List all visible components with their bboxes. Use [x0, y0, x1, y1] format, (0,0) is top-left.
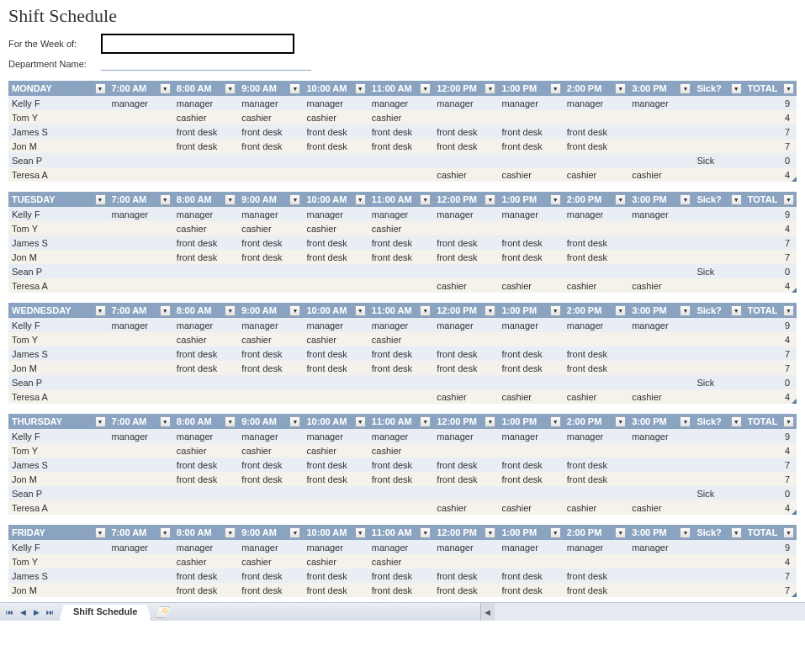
header-day[interactable]: MONDAY▼ [8, 81, 109, 96]
shift-cell[interactable]: front desk [368, 235, 433, 250]
employee-name-cell[interactable]: Tom Y [8, 110, 109, 124]
header-hour[interactable]: 11:00 AM▼ [368, 81, 433, 96]
header-hour[interactable]: 10:00 AM▼ [303, 525, 368, 540]
header-hour[interactable]: 10:00 AM▼ [303, 414, 368, 429]
shift-cell[interactable]: manager [628, 96, 693, 110]
shift-cell[interactable] [368, 264, 433, 278]
shift-cell[interactable] [498, 221, 563, 235]
shift-cell[interactable] [109, 153, 173, 167]
shift-cell[interactable] [433, 153, 498, 167]
header-hour[interactable]: 2:00 PM▼ [564, 414, 628, 429]
shift-cell[interactable]: cashier [238, 443, 303, 458]
shift-cell[interactable]: cashier [368, 221, 433, 235]
filter-dropdown-icon[interactable]: ▼ [355, 416, 366, 427]
shift-cell[interactable] [628, 583, 693, 597]
shift-cell[interactable] [109, 583, 173, 597]
header-day[interactable]: WEDNESDAY▼ [8, 303, 109, 318]
shift-cell[interactable] [498, 264, 563, 278]
shift-cell[interactable]: manager [303, 96, 368, 110]
shift-cell[interactable] [109, 500, 173, 515]
shift-cell[interactable]: front desk [368, 569, 433, 583]
shift-cell[interactable] [628, 139, 693, 153]
shift-cell[interactable]: cashier [628, 389, 693, 404]
shift-cell[interactable]: cashier [173, 554, 238, 569]
employee-name-cell[interactable]: Kelly F [8, 429, 109, 443]
header-sick[interactable]: Sick?▼ [693, 414, 744, 429]
filter-dropdown-icon[interactable]: ▼ [680, 83, 691, 94]
shift-cell[interactable]: manager [498, 96, 563, 110]
employee-name-cell[interactable]: James S [8, 458, 109, 472]
shift-cell[interactable] [368, 167, 433, 182]
shift-cell[interactable] [564, 332, 628, 347]
shift-cell[interactable]: front desk [368, 347, 433, 361]
shift-cell[interactable] [628, 554, 693, 569]
shift-cell[interactable]: cashier [433, 167, 498, 182]
filter-dropdown-icon[interactable]: ▼ [550, 527, 561, 538]
shift-cell[interactable] [564, 264, 628, 278]
shift-cell[interactable]: manager [498, 318, 563, 332]
sick-cell[interactable]: Sick [693, 153, 744, 167]
header-sick[interactable]: Sick?▼ [693, 303, 744, 318]
shift-cell[interactable] [564, 486, 628, 500]
filter-dropdown-icon[interactable]: ▼ [420, 83, 431, 94]
employee-name-cell[interactable]: James S [8, 347, 109, 361]
header-hour[interactable]: 8:00 AM▼ [173, 303, 238, 318]
shift-cell[interactable] [109, 554, 173, 569]
shift-cell[interactable] [628, 361, 693, 375]
shift-cell[interactable] [173, 500, 238, 515]
shift-cell[interactable] [498, 332, 563, 347]
tab-nav-last-icon[interactable]: ⏭ [44, 606, 56, 618]
sick-cell[interactable] [693, 167, 744, 182]
sick-cell[interactable] [693, 458, 744, 472]
shift-cell[interactable] [109, 472, 173, 486]
filter-dropdown-icon[interactable]: ▼ [680, 527, 691, 538]
shift-cell[interactable]: manager [238, 429, 303, 443]
header-hour[interactable]: 3:00 PM▼ [628, 192, 693, 207]
table-resize-handle-icon[interactable] [792, 399, 797, 404]
shift-cell[interactable]: manager [498, 540, 563, 554]
shift-cell[interactable] [109, 139, 173, 153]
shift-cell[interactable]: cashier [433, 278, 498, 293]
filter-dropdown-icon[interactable]: ▼ [485, 416, 495, 427]
shift-cell[interactable] [303, 264, 368, 278]
shift-cell[interactable] [564, 153, 628, 167]
filter-dropdown-icon[interactable]: ▼ [160, 416, 171, 427]
shift-cell[interactable]: manager [303, 318, 368, 332]
employee-name-cell[interactable]: James S [8, 235, 109, 250]
shift-cell[interactable] [238, 264, 303, 278]
employee-name-cell[interactable]: Sean P [8, 375, 109, 389]
filter-dropdown-icon[interactable]: ▼ [731, 416, 742, 427]
sick-cell[interactable] [693, 96, 744, 110]
shift-cell[interactable]: front desk [173, 124, 238, 139]
header-sick[interactable]: Sick?▼ [693, 525, 744, 540]
header-hour[interactable]: 10:00 AM▼ [303, 192, 368, 207]
shift-cell[interactable]: front desk [368, 583, 433, 597]
shift-cell[interactable]: manager [368, 318, 433, 332]
hscroll-track[interactable] [494, 603, 805, 621]
shift-cell[interactable]: cashier [238, 554, 303, 569]
employee-name-cell[interactable]: James S [8, 569, 109, 583]
filter-dropdown-icon[interactable]: ▼ [420, 416, 431, 427]
shift-cell[interactable]: front desk [303, 139, 368, 153]
shift-cell[interactable]: manager [628, 540, 693, 554]
shift-cell[interactable]: front desk [238, 361, 303, 375]
header-hour[interactable]: 1:00 PM▼ [498, 192, 563, 207]
shift-cell[interactable]: manager [368, 207, 433, 221]
shift-cell[interactable]: front desk [173, 569, 238, 583]
shift-cell[interactable]: manager [564, 429, 628, 443]
header-total[interactable]: TOTAL▼ [744, 81, 797, 96]
shift-cell[interactable] [433, 554, 498, 569]
shift-cell[interactable]: front desk [433, 347, 498, 361]
filter-dropdown-icon[interactable]: ▼ [731, 194, 742, 205]
shift-cell[interactable] [628, 153, 693, 167]
shift-cell[interactable] [368, 500, 433, 515]
shift-cell[interactable]: front desk [303, 235, 368, 250]
filter-dropdown-icon[interactable]: ▼ [783, 527, 794, 538]
sick-cell[interactable] [693, 569, 744, 583]
sick-cell[interactable] [693, 124, 744, 139]
shift-cell[interactable] [238, 375, 303, 389]
shift-cell[interactable]: front desk [238, 250, 303, 264]
filter-dropdown-icon[interactable]: ▼ [289, 305, 300, 316]
filter-dropdown-icon[interactable]: ▼ [160, 83, 171, 94]
filter-dropdown-icon[interactable]: ▼ [225, 83, 236, 94]
